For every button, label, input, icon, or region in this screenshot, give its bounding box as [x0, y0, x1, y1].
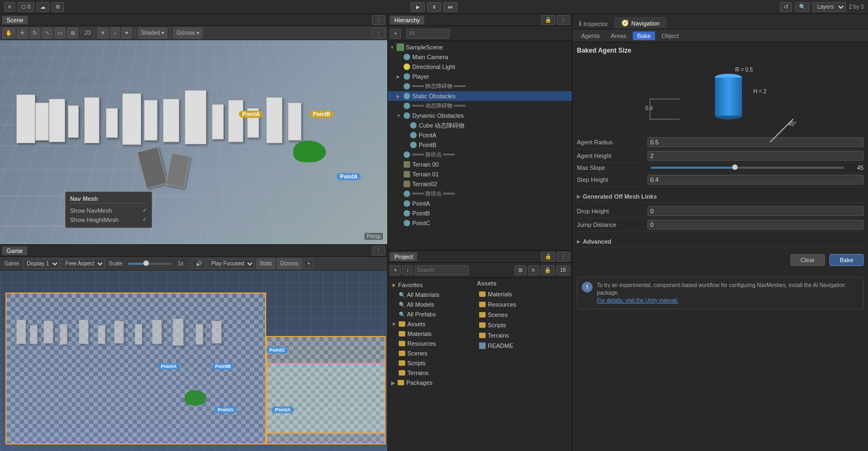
hierarchy-search[interactable]	[406, 29, 450, 39]
project-lock2[interactable]: 🔒	[540, 265, 555, 275]
scripts-folder[interactable]: Scripts	[388, 358, 474, 368]
toolbar-scale[interactable]: ⤡	[42, 28, 53, 39]
step-button[interactable]: ⏭	[443, 2, 457, 12]
nav-agents-tab[interactable]: Agents	[577, 31, 604, 40]
project-more[interactable]: ⋮	[557, 252, 570, 262]
hierarchy-dir-light[interactable]: Directional Light	[388, 62, 572, 72]
project-add[interactable]: +	[390, 265, 401, 275]
lighting-toggle[interactable]: ☀	[97, 28, 109, 39]
drop-height-value[interactable]: 0	[647, 206, 864, 216]
hierarchy-point-b1[interactable]: PointB	[388, 140, 572, 150]
cloud-button[interactable]: ☁	[36, 2, 49, 12]
project-lock[interactable]: 🔒	[541, 252, 555, 262]
settings-button[interactable]: ⚙	[52, 2, 64, 12]
hierarchy-point-a2[interactable]: PointA	[388, 199, 572, 208]
hierarchy-point-b2[interactable]: PointB	[388, 208, 572, 218]
asset-scripts[interactable]: Scripts	[477, 320, 570, 330]
scene-more2[interactable]: ⋮	[372, 28, 385, 38]
game-tab[interactable]: Game	[2, 246, 27, 255]
fx-toggle[interactable]: ✦	[121, 28, 132, 39]
nav-areas-tab[interactable]: Areas	[606, 31, 631, 40]
hierarchy-lock[interactable]: 🔒	[541, 15, 555, 25]
project-search[interactable]	[414, 265, 469, 275]
hierarchy-add[interactable]: +	[390, 29, 401, 39]
mute-button[interactable]: 🔊	[192, 259, 206, 269]
project-import[interactable]: ↓	[402, 265, 413, 275]
hierarchy-dynamic-cn[interactable]: ═══ 动态障碍物 ═══	[388, 101, 572, 111]
hierarchy-sample-scene[interactable]: ▼ SampleScene	[388, 42, 572, 52]
gizmos-btn[interactable]: Gizmos ▾	[173, 28, 203, 39]
off-mesh-section[interactable]: ▶ Generated Off Mesh Links	[577, 191, 864, 202]
toolbar-rotate[interactable]: ↻	[29, 28, 40, 39]
navmesh-item-2[interactable]: Show HeightMesh ✓	[70, 215, 147, 224]
pause-button[interactable]: ⏸	[427, 2, 441, 12]
play-focused-select[interactable]: Play Focused	[207, 259, 255, 269]
scale-slider[interactable]	[128, 263, 172, 265]
hierarchy-point-a1[interactable]: PointA	[388, 130, 572, 140]
hierarchy-point-c[interactable]: PointC	[388, 218, 572, 228]
display-select[interactable]: Display 1	[23, 259, 60, 269]
materials-folder[interactable]: Materials	[388, 329, 474, 339]
all-materials-item[interactable]: 🔍 All Materials	[388, 290, 474, 300]
hierarchy-more[interactable]: ⋮	[557, 15, 570, 25]
scene-tab[interactable]: Scene	[2, 16, 28, 24]
asset-materials[interactable]: Materials	[477, 289, 570, 299]
hierarchy-cube-dynamic[interactable]: Cube 动态障碍物	[388, 120, 572, 130]
scene-view-select[interactable]: Shaded ▾	[138, 28, 167, 39]
toolbar-rect[interactable]: ▭	[54, 28, 66, 39]
hierarchy-terrain-cn[interactable]: ═══ 路径点 ═══	[388, 150, 572, 160]
stats-button[interactable]: Stats	[256, 258, 275, 269]
toolbar-transform[interactable]: ⊞	[67, 28, 78, 39]
scene-more-button[interactable]: ⋮	[372, 15, 385, 25]
agent-height-value[interactable]: 2	[647, 151, 864, 161]
project-view2[interactable]: ≡	[528, 265, 539, 275]
search-button[interactable]: 🔍	[795, 2, 809, 12]
all-prefabs-item[interactable]: 🔍 All Prefabs	[388, 309, 474, 319]
scenes-folder[interactable]: Scenes	[388, 348, 474, 358]
asset-resources[interactable]: Resources	[477, 300, 570, 309]
game-add-button[interactable]: +	[304, 259, 315, 269]
project-view1[interactable]: ⊞	[514, 265, 526, 275]
jump-distance-value[interactable]: 0	[647, 220, 864, 230]
hierarchy-dynamic-obstacles[interactable]: ▼ Dynamic Obstacles	[388, 111, 572, 120]
hierarchy-static-cn[interactable]: ═══ 静态障碍物 ═══	[388, 81, 572, 91]
hierarchy-main-camera[interactable]: Main Camera	[388, 52, 572, 62]
nav-bake-tab[interactable]: Bake	[633, 31, 655, 40]
toolbar-move[interactable]: ✛	[17, 28, 28, 39]
max-slope-slider[interactable]	[651, 167, 844, 169]
clear-button[interactable]: Clear	[790, 254, 825, 266]
step-height-value[interactable]: 0.4	[647, 175, 864, 185]
resources-folder[interactable]: Resources	[388, 339, 474, 348]
project-tab[interactable]: Project	[390, 252, 417, 261]
aspect-select[interactable]: Free Aspect	[61, 259, 105, 269]
scene-viewport[interactable]: PointA PointB PointA Persp Nav Mesh Show…	[0, 40, 387, 244]
hierarchy-player[interactable]: ▶ Player	[388, 72, 572, 81]
navmesh-item-1[interactable]: Show NavMesh ✓	[70, 206, 147, 215]
game-more-button[interactable]: ⋮	[372, 246, 385, 256]
toolbar-hand[interactable]: ✋	[2, 28, 15, 39]
terrains-folder[interactable]: Terrains	[388, 368, 474, 378]
menu-button[interactable]: ≡	[4, 2, 15, 12]
agent-radius-value[interactable]: 0.5	[647, 137, 864, 147]
all-models-item[interactable]: 🔍 All Models	[388, 300, 474, 309]
info-link[interactable]: For details, visit the Unity manual.	[597, 297, 678, 303]
asset-terrains[interactable]: Terrains	[477, 331, 570, 340]
hierarchy-path-cn[interactable]: ═══ 路径点 ═══	[388, 189, 572, 199]
layers-select[interactable]: Layers	[813, 2, 846, 12]
game-viewport[interactable]: PointA PointB PointC PointA PointA	[0, 271, 387, 451]
gizmos-button[interactable]: Gizmos	[277, 258, 302, 269]
nav-object-tab[interactable]: Object	[657, 31, 683, 40]
asset-readme[interactable]: README	[477, 341, 570, 351]
hierarchy-terrain00[interactable]: Terrain 00	[388, 160, 572, 169]
hierarchy-static-obstacles[interactable]: ▶ Static Obstacles	[388, 91, 572, 101]
navigation-tab[interactable]: 🧭 Navigation	[614, 17, 666, 29]
inspector-tab[interactable]: ℹ Inspector	[573, 18, 614, 29]
advanced-section[interactable]: ▶ Advanced	[577, 236, 864, 247]
audio-toggle[interactable]: ♪	[110, 28, 119, 39]
collab-button[interactable]: ⬡ 0	[17, 2, 34, 12]
asset-scenes[interactable]: Scenes	[477, 310, 570, 320]
undo-button[interactable]: ↺	[780, 2, 792, 12]
hierarchy-terrain02[interactable]: Terrain02	[388, 179, 572, 189]
bake-button[interactable]: Bake	[829, 254, 864, 266]
hierarchy-terrain01[interactable]: Terrain 01	[388, 169, 572, 179]
